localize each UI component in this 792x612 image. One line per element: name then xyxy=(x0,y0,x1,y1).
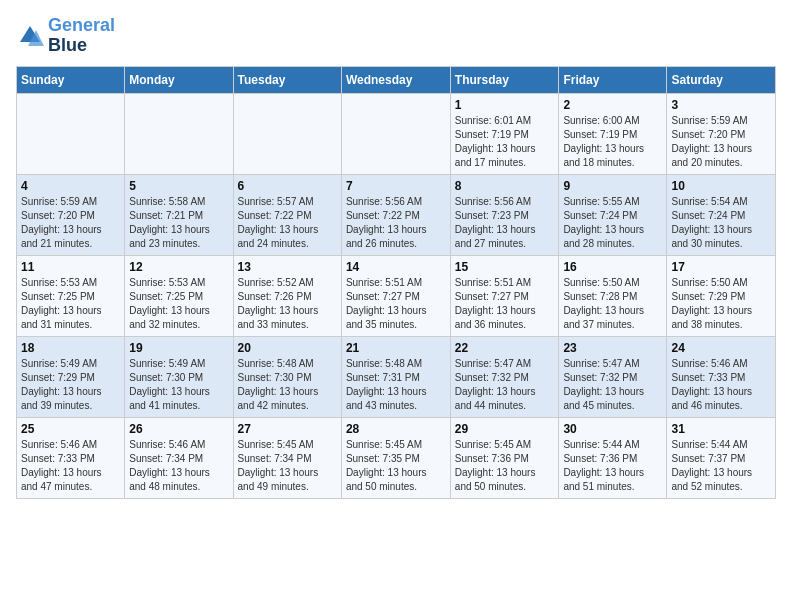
day-number: 8 xyxy=(455,179,555,193)
day-number: 23 xyxy=(563,341,662,355)
day-number: 11 xyxy=(21,260,120,274)
calendar-cell xyxy=(17,93,125,174)
calendar-cell: 11Sunrise: 5:53 AM Sunset: 7:25 PM Dayli… xyxy=(17,255,125,336)
day-info: Sunrise: 5:56 AM Sunset: 7:23 PM Dayligh… xyxy=(455,195,555,251)
calendar-cell: 15Sunrise: 5:51 AM Sunset: 7:27 PM Dayli… xyxy=(450,255,559,336)
day-info: Sunrise: 5:54 AM Sunset: 7:24 PM Dayligh… xyxy=(671,195,771,251)
header-cell-tuesday: Tuesday xyxy=(233,66,341,93)
day-number: 24 xyxy=(671,341,771,355)
day-number: 7 xyxy=(346,179,446,193)
day-info: Sunrise: 5:48 AM Sunset: 7:30 PM Dayligh… xyxy=(238,357,337,413)
calendar-week-4: 25Sunrise: 5:46 AM Sunset: 7:33 PM Dayli… xyxy=(17,417,776,498)
calendar-cell: 19Sunrise: 5:49 AM Sunset: 7:30 PM Dayli… xyxy=(125,336,233,417)
day-number: 22 xyxy=(455,341,555,355)
calendar-body: 1Sunrise: 6:01 AM Sunset: 7:19 PM Daylig… xyxy=(17,93,776,498)
day-number: 28 xyxy=(346,422,446,436)
calendar-cell: 26Sunrise: 5:46 AM Sunset: 7:34 PM Dayli… xyxy=(125,417,233,498)
calendar-week-2: 11Sunrise: 5:53 AM Sunset: 7:25 PM Dayli… xyxy=(17,255,776,336)
day-number: 6 xyxy=(238,179,337,193)
calendar-cell: 9Sunrise: 5:55 AM Sunset: 7:24 PM Daylig… xyxy=(559,174,667,255)
day-info: Sunrise: 5:46 AM Sunset: 7:33 PM Dayligh… xyxy=(21,438,120,494)
day-number: 17 xyxy=(671,260,771,274)
day-info: Sunrise: 5:58 AM Sunset: 7:21 PM Dayligh… xyxy=(129,195,228,251)
calendar-cell: 25Sunrise: 5:46 AM Sunset: 7:33 PM Dayli… xyxy=(17,417,125,498)
day-info: Sunrise: 5:45 AM Sunset: 7:34 PM Dayligh… xyxy=(238,438,337,494)
calendar-cell: 13Sunrise: 5:52 AM Sunset: 7:26 PM Dayli… xyxy=(233,255,341,336)
day-number: 5 xyxy=(129,179,228,193)
calendar-cell: 8Sunrise: 5:56 AM Sunset: 7:23 PM Daylig… xyxy=(450,174,559,255)
header-cell-sunday: Sunday xyxy=(17,66,125,93)
calendar-cell: 29Sunrise: 5:45 AM Sunset: 7:36 PM Dayli… xyxy=(450,417,559,498)
calendar-header: SundayMondayTuesdayWednesdayThursdayFrid… xyxy=(17,66,776,93)
calendar-cell: 1Sunrise: 6:01 AM Sunset: 7:19 PM Daylig… xyxy=(450,93,559,174)
page-header: General Blue xyxy=(16,16,776,56)
calendar-week-0: 1Sunrise: 6:01 AM Sunset: 7:19 PM Daylig… xyxy=(17,93,776,174)
day-number: 4 xyxy=(21,179,120,193)
day-info: Sunrise: 5:46 AM Sunset: 7:33 PM Dayligh… xyxy=(671,357,771,413)
day-info: Sunrise: 5:51 AM Sunset: 7:27 PM Dayligh… xyxy=(346,276,446,332)
calendar-cell: 20Sunrise: 5:48 AM Sunset: 7:30 PM Dayli… xyxy=(233,336,341,417)
calendar-cell: 24Sunrise: 5:46 AM Sunset: 7:33 PM Dayli… xyxy=(667,336,776,417)
day-info: Sunrise: 5:50 AM Sunset: 7:29 PM Dayligh… xyxy=(671,276,771,332)
day-number: 18 xyxy=(21,341,120,355)
calendar-cell: 14Sunrise: 5:51 AM Sunset: 7:27 PM Dayli… xyxy=(341,255,450,336)
day-info: Sunrise: 5:47 AM Sunset: 7:32 PM Dayligh… xyxy=(563,357,662,413)
day-info: Sunrise: 5:45 AM Sunset: 7:35 PM Dayligh… xyxy=(346,438,446,494)
logo-text: General Blue xyxy=(48,16,115,56)
day-info: Sunrise: 5:51 AM Sunset: 7:27 PM Dayligh… xyxy=(455,276,555,332)
day-number: 27 xyxy=(238,422,337,436)
calendar-week-1: 4Sunrise: 5:59 AM Sunset: 7:20 PM Daylig… xyxy=(17,174,776,255)
calendar-cell: 22Sunrise: 5:47 AM Sunset: 7:32 PM Dayli… xyxy=(450,336,559,417)
day-number: 13 xyxy=(238,260,337,274)
day-info: Sunrise: 5:45 AM Sunset: 7:36 PM Dayligh… xyxy=(455,438,555,494)
day-info: Sunrise: 5:44 AM Sunset: 7:37 PM Dayligh… xyxy=(671,438,771,494)
day-info: Sunrise: 5:57 AM Sunset: 7:22 PM Dayligh… xyxy=(238,195,337,251)
calendar-cell: 5Sunrise: 5:58 AM Sunset: 7:21 PM Daylig… xyxy=(125,174,233,255)
day-number: 12 xyxy=(129,260,228,274)
header-row: SundayMondayTuesdayWednesdayThursdayFrid… xyxy=(17,66,776,93)
calendar-cell: 23Sunrise: 5:47 AM Sunset: 7:32 PM Dayli… xyxy=(559,336,667,417)
calendar-cell: 28Sunrise: 5:45 AM Sunset: 7:35 PM Dayli… xyxy=(341,417,450,498)
day-number: 21 xyxy=(346,341,446,355)
header-cell-thursday: Thursday xyxy=(450,66,559,93)
day-number: 3 xyxy=(671,98,771,112)
calendar-cell: 10Sunrise: 5:54 AM Sunset: 7:24 PM Dayli… xyxy=(667,174,776,255)
day-info: Sunrise: 6:00 AM Sunset: 7:19 PM Dayligh… xyxy=(563,114,662,170)
calendar-cell: 18Sunrise: 5:49 AM Sunset: 7:29 PM Dayli… xyxy=(17,336,125,417)
calendar-cell: 17Sunrise: 5:50 AM Sunset: 7:29 PM Dayli… xyxy=(667,255,776,336)
calendar-cell xyxy=(233,93,341,174)
calendar-cell xyxy=(125,93,233,174)
day-number: 2 xyxy=(563,98,662,112)
day-info: Sunrise: 5:47 AM Sunset: 7:32 PM Dayligh… xyxy=(455,357,555,413)
day-info: Sunrise: 5:55 AM Sunset: 7:24 PM Dayligh… xyxy=(563,195,662,251)
header-cell-friday: Friday xyxy=(559,66,667,93)
calendar-table: SundayMondayTuesdayWednesdayThursdayFrid… xyxy=(16,66,776,499)
day-number: 19 xyxy=(129,341,228,355)
day-number: 26 xyxy=(129,422,228,436)
day-number: 25 xyxy=(21,422,120,436)
calendar-cell xyxy=(341,93,450,174)
day-info: Sunrise: 5:59 AM Sunset: 7:20 PM Dayligh… xyxy=(671,114,771,170)
day-info: Sunrise: 5:59 AM Sunset: 7:20 PM Dayligh… xyxy=(21,195,120,251)
day-info: Sunrise: 5:52 AM Sunset: 7:26 PM Dayligh… xyxy=(238,276,337,332)
day-info: Sunrise: 5:53 AM Sunset: 7:25 PM Dayligh… xyxy=(21,276,120,332)
day-number: 20 xyxy=(238,341,337,355)
calendar-cell: 7Sunrise: 5:56 AM Sunset: 7:22 PM Daylig… xyxy=(341,174,450,255)
day-info: Sunrise: 5:49 AM Sunset: 7:29 PM Dayligh… xyxy=(21,357,120,413)
calendar-cell: 3Sunrise: 5:59 AM Sunset: 7:20 PM Daylig… xyxy=(667,93,776,174)
header-cell-saturday: Saturday xyxy=(667,66,776,93)
header-cell-monday: Monday xyxy=(125,66,233,93)
calendar-cell: 6Sunrise: 5:57 AM Sunset: 7:22 PM Daylig… xyxy=(233,174,341,255)
day-number: 29 xyxy=(455,422,555,436)
day-number: 14 xyxy=(346,260,446,274)
calendar-cell: 21Sunrise: 5:48 AM Sunset: 7:31 PM Dayli… xyxy=(341,336,450,417)
day-info: Sunrise: 5:46 AM Sunset: 7:34 PM Dayligh… xyxy=(129,438,228,494)
logo: General Blue xyxy=(16,16,115,56)
day-info: Sunrise: 5:49 AM Sunset: 7:30 PM Dayligh… xyxy=(129,357,228,413)
calendar-cell: 4Sunrise: 5:59 AM Sunset: 7:20 PM Daylig… xyxy=(17,174,125,255)
calendar-week-3: 18Sunrise: 5:49 AM Sunset: 7:29 PM Dayli… xyxy=(17,336,776,417)
day-number: 31 xyxy=(671,422,771,436)
day-info: Sunrise: 5:50 AM Sunset: 7:28 PM Dayligh… xyxy=(563,276,662,332)
logo-icon xyxy=(16,22,44,50)
calendar-cell: 12Sunrise: 5:53 AM Sunset: 7:25 PM Dayli… xyxy=(125,255,233,336)
